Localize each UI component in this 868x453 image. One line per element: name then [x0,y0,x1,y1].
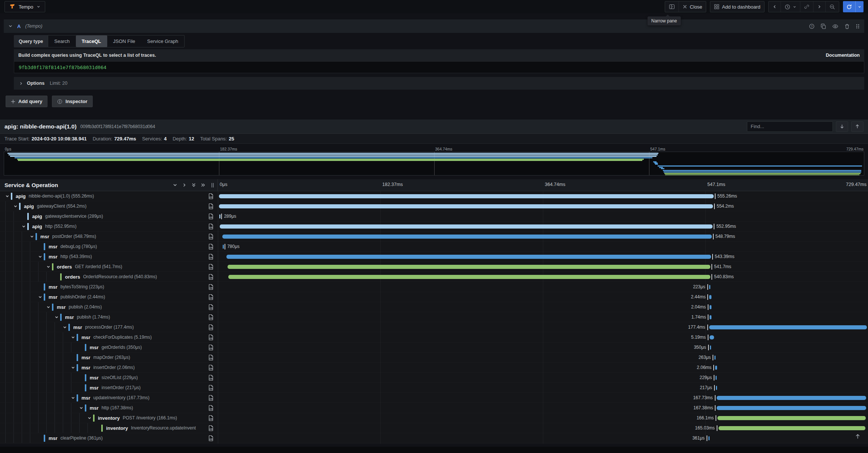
span-row[interactable]: msr getOrderIds (350μs) LOG 350μs [0,342,868,353]
span-row[interactable]: orders OrderIdResource.orderId (540.83ms… [0,272,868,282]
span-name-cell[interactable]: inventory POST /inventory (166.1ms) LOG [0,413,218,423]
span-row[interactable]: msr updateInventory (167.73ms) LOG 167.7… [0,393,868,403]
span-timeline-cell[interactable]: 541.7ms [218,262,868,272]
run-query-caret[interactable] [855,1,864,12]
collapse-all-button[interactable] [189,183,198,187]
scroll-to-top-button[interactable] [855,434,861,439]
span-bar[interactable] [223,245,224,249]
expand-chevron-icon[interactable] [30,235,35,239]
add-query-button[interactable]: Add query [6,96,47,107]
span-bar[interactable] [228,275,710,279]
refresh-icon[interactable] [843,1,855,12]
span-bar[interactable] [219,204,713,208]
expand-chevron-icon[interactable] [79,406,85,410]
span-row[interactable]: msr http (167.38ms) LOG 167.38ms [0,403,868,413]
log-icon[interactable]: LOG [208,334,218,340]
duplicate-query-button[interactable] [821,24,826,29]
span-timeline-cell[interactable]: 1.74ms [218,312,868,322]
span-row[interactable]: apig nibble-demo-api(1.0) (555.26ms) LOG… [0,191,868,201]
span-timeline-cell[interactable]: 289μs [218,211,868,221]
span-timeline-cell[interactable]: 177.4ms [218,322,868,332]
time-back-button[interactable] [769,1,781,12]
log-icon[interactable]: LOG [208,223,218,229]
span-bar[interactable] [710,335,714,339]
find-input[interactable] [747,121,833,132]
tab-json-file[interactable]: JSON File [107,35,141,47]
expand-chevron-icon[interactable] [46,305,52,309]
expand-chevron-icon[interactable] [38,255,44,259]
span-row[interactable]: apig gatewayClient (554.2ms) LOG 554.2ms [0,201,868,211]
options-toggle[interactable]: Options Limit: 20 [14,77,864,90]
log-icon[interactable]: LOG [208,254,218,260]
span-timeline-cell[interactable]: 555.26ms [218,191,868,201]
narrow-pane-button[interactable] [665,1,679,12]
log-icon[interactable]: LOG [208,213,218,219]
span-row[interactable]: msr publish (1.74ms) LOG 1.74ms [0,312,868,322]
span-timeline-cell[interactable]: 554.2ms [218,201,868,211]
log-icon[interactable]: LOG [208,364,218,370]
span-timeline-cell[interactable]: 167.73ms [218,393,868,403]
span-name-cell[interactable]: msr processOrder (177.4ms) LOG [0,322,218,332]
span-bar[interactable] [717,416,865,420]
span-timeline-cell[interactable]: 167.38ms [218,403,868,413]
span-name-cell[interactable]: orders OrderIdResource.orderId (540.83ms… [0,272,218,282]
log-icon[interactable]: LOG [208,294,218,300]
span-name-cell[interactable]: msr sizeOfList (229μs) LOG [0,373,218,382]
log-icon[interactable]: LOG [208,193,218,199]
span-row[interactable]: apig gatewayclientservice (289μs) LOG 28… [0,211,868,221]
collapse-one-button[interactable] [170,183,180,187]
zoom-out-button[interactable] [825,1,839,12]
span-name-cell[interactable]: msr getOrderIds (350μs) LOG [0,342,218,352]
span-row[interactable]: msr sizeOfList (229μs) LOG 229μs [0,373,868,383]
add-to-dashboard-button[interactable]: Add to dashboard [710,1,764,12]
span-timeline-cell[interactable]: 361μs [218,433,868,443]
span-timeline-cell[interactable]: 2.06ms [218,363,868,372]
span-timeline-cell[interactable]: 217μs [218,383,868,393]
log-icon[interactable]: LOG [208,243,218,249]
log-icon[interactable]: LOG [208,375,218,381]
toggle-visibility-button[interactable] [832,24,838,29]
span-bar[interactable] [709,295,711,299]
span-bar[interactable] [219,214,220,218]
span-row[interactable]: msr processOrder (177.4ms) LOG 177.4ms [0,322,868,332]
span-bar[interactable] [226,255,711,259]
span-name-cell[interactable]: apig gatewayclientservice (289μs) LOG [0,211,218,221]
documentation-link[interactable]: Documentation [826,53,860,58]
span-row[interactable]: orders GET /orderId (541.7ms) LOG 541.7m… [0,262,868,272]
log-icon[interactable]: LOG [208,233,218,239]
span-bar[interactable] [710,315,711,319]
expand-chevron-icon[interactable] [13,204,19,208]
span-name-cell[interactable]: msr checkForDuplicates (5.19ms) LOG [0,332,218,342]
span-name-cell[interactable]: msr insertOrder (217μs) LOG [0,383,218,393]
span-timeline-cell[interactable]: 165.03ms [218,423,868,433]
span-name-cell[interactable]: msr updateInventory (167.73ms) LOG [0,393,218,403]
expand-chevron-icon[interactable] [55,315,60,319]
expand-one-button[interactable] [180,183,189,187]
expand-all-button[interactable] [198,183,208,187]
expand-chevron-icon[interactable] [63,325,68,329]
log-icon[interactable]: LOG [208,203,218,209]
log-icon[interactable]: LOG [208,304,218,310]
span-row[interactable]: msr mapOrder (263μs) LOG 263μs [0,353,868,363]
tab-search[interactable]: Search [48,35,75,47]
tab-traceql[interactable]: TraceQL [76,35,107,47]
drag-handle[interactable] [856,24,860,29]
span-row[interactable]: msr postOrder (548.79ms) LOG 548.79ms [0,232,868,242]
span-bar[interactable] [222,235,711,239]
span-name-cell[interactable]: msr publish (1.74ms) LOG [0,312,218,322]
span-timeline-cell[interactable]: 540.83ms [218,272,868,282]
run-query-button[interactable] [843,1,864,12]
log-icon[interactable]: LOG [208,354,218,360]
log-icon[interactable]: LOG [208,385,218,391]
span-row[interactable]: msr publish (2.04ms) LOG 2.04ms [0,302,868,312]
log-icon[interactable]: LOG [208,435,218,441]
column-resize-handle[interactable] [211,183,214,187]
span-name-cell[interactable]: msr publish (2.04ms) LOG [0,302,218,312]
span-bar[interactable] [710,345,711,350]
span-timeline-cell[interactable]: 350μs [218,342,868,352]
span-bar[interactable] [709,285,710,289]
expand-chevron-icon[interactable] [87,416,93,420]
span-name-cell[interactable]: msr debugLog (780μs) LOG [0,242,218,251]
log-icon[interactable]: LOG [208,274,218,280]
span-timeline-cell[interactable]: 543.39ms [218,252,868,261]
